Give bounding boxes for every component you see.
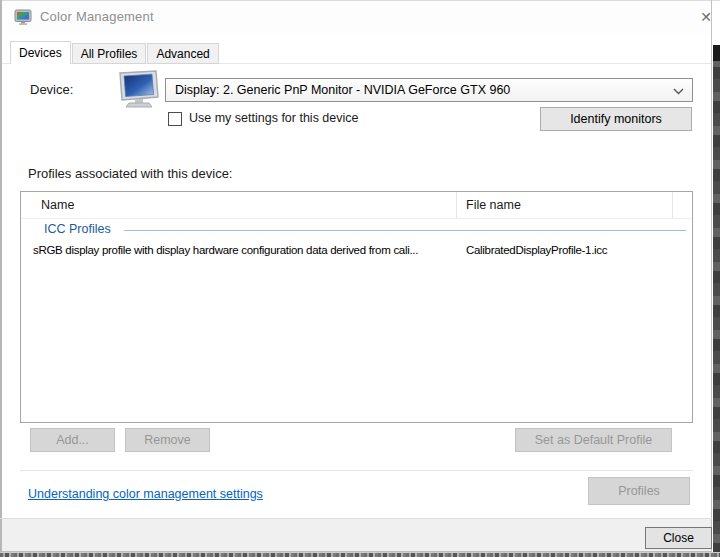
icc-profiles-group-label: ICC Profiles bbox=[44, 222, 111, 236]
identify-monitors-button[interactable]: Identify monitors bbox=[540, 107, 692, 131]
profile-list-item[interactable]: sRGB display profile with display hardwa… bbox=[21, 241, 692, 261]
icc-profiles-group-line bbox=[124, 230, 686, 231]
close-icon[interactable]: ✕ bbox=[696, 7, 716, 27]
set-as-default-profile-button[interactable]: Set as Default Profile bbox=[515, 428, 672, 452]
section-divider bbox=[20, 470, 693, 471]
column-separator bbox=[672, 192, 673, 218]
color-management-icon bbox=[14, 9, 32, 25]
device-dropdown-value: Display: 2. Generic PnP Monitor - NVIDIA… bbox=[175, 83, 510, 97]
window-border-left bbox=[0, 0, 2, 557]
color-management-dialog: Color Management ✕ Devices All Profiles … bbox=[0, 0, 720, 557]
remove-button[interactable]: Remove bbox=[125, 428, 210, 452]
title-bar: Color Management ✕ bbox=[2, 1, 711, 33]
understanding-color-management-link[interactable]: Understanding color management settings bbox=[28, 487, 263, 501]
chevron-down-icon bbox=[673, 88, 684, 95]
column-header-name[interactable]: Name bbox=[41, 198, 74, 212]
profile-name-cell: sRGB display profile with display hardwa… bbox=[33, 244, 461, 256]
tab-strip: Devices All Profiles Advanced bbox=[10, 41, 220, 64]
header-underline bbox=[21, 218, 692, 219]
background-remnant-bottom bbox=[0, 552, 720, 557]
window-title: Color Management bbox=[40, 9, 154, 24]
tab-advanced[interactable]: Advanced bbox=[147, 43, 218, 64]
icc-profiles-group-header: ICC Profiles bbox=[21, 220, 692, 238]
profile-file-cell: CalibratedDisplayProfile-1.icc bbox=[466, 244, 686, 256]
add-button[interactable]: Add... bbox=[30, 428, 115, 452]
profiles-associated-label: Profiles associated with this device: bbox=[28, 166, 232, 181]
use-my-settings-label: Use my settings for this device bbox=[189, 111, 359, 125]
monitor-icon bbox=[116, 70, 162, 108]
tab-devices[interactable]: Devices bbox=[10, 41, 71, 64]
background-remnant-right bbox=[713, 45, 720, 557]
column-separator bbox=[456, 192, 457, 218]
profiles-button[interactable]: Profiles bbox=[588, 477, 690, 505]
device-label: Device: bbox=[30, 82, 73, 97]
tab-all-profiles[interactable]: All Profiles bbox=[72, 43, 147, 64]
window-border-right bbox=[711, 0, 712, 557]
profiles-list: Name File name ICC Profiles sRGB display… bbox=[20, 191, 693, 423]
use-my-settings-checkbox[interactable] bbox=[168, 112, 182, 126]
column-header-file-name[interactable]: File name bbox=[466, 198, 521, 212]
close-button[interactable]: Close bbox=[645, 527, 712, 549]
footer-bar bbox=[2, 519, 711, 552]
device-dropdown[interactable]: Display: 2. Generic PnP Monitor - NVIDIA… bbox=[165, 78, 693, 102]
